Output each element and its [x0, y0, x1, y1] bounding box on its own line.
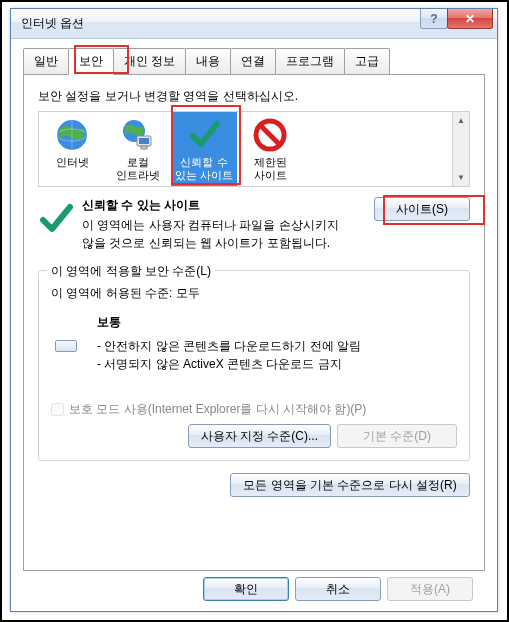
zone-internet[interactable]: 인터넷	[39, 112, 105, 186]
close-icon: ✕	[465, 12, 475, 26]
tab-programs[interactable]: 프로그램	[275, 48, 345, 74]
titlebar: 인터넷 옵션 ? ✕	[11, 9, 497, 39]
reset-all-zones-button[interactable]: 모든 영역을 기본 수준으로 다시 설정(R)	[230, 473, 470, 497]
window-title: 인터넷 옵션	[21, 15, 84, 32]
zone-trusted-sites[interactable]: 신뢰할 수 있는 사이트	[171, 112, 237, 186]
help-button[interactable]: ?	[420, 9, 448, 29]
custom-level-button[interactable]: 사용자 지정 수준(C)...	[188, 424, 331, 448]
allowed-levels-label: 이 영역에 허용된 수준: 모두	[51, 285, 457, 302]
restricted-icon	[252, 117, 288, 153]
tab-privacy[interactable]: 개인 정보	[113, 48, 186, 74]
scroll-down-arrow: ▼	[455, 171, 468, 184]
protected-mode-input[interactable]	[51, 403, 64, 416]
sites-button[interactable]: 사이트(S)	[374, 197, 470, 221]
zone-desc-title: 신뢰할 수 있는 사이트	[82, 197, 370, 214]
tab-strip: 일반 보안 개인 정보 내용 연결 프로그램 고급	[23, 48, 485, 75]
help-icon: ?	[430, 12, 437, 26]
svg-line-8	[260, 125, 280, 145]
security-level-group: 이 영역에 적용할 보안 수준(L) 이 영역에 허용된 수준: 모두 보통 -…	[38, 270, 470, 461]
tab-advanced[interactable]: 고급	[344, 48, 390, 74]
protected-mode-checkbox[interactable]: 보호 모드 사용(Internet Explorer를 다시 시작해야 함)(P…	[51, 401, 457, 418]
level-description: - 안전하지 않은 콘텐츠를 다운로드하기 전에 알림 - 서명되지 않은 Ac…	[97, 337, 457, 373]
intranet-icon	[120, 117, 156, 153]
zone-scrollbar[interactable]: ▲ ▼	[452, 112, 469, 186]
svg-rect-6	[141, 146, 147, 149]
dialog-button-row: 확인 취소 적용(A)	[23, 571, 485, 601]
scroll-up-arrow: ▲	[455, 114, 468, 127]
internet-options-dialog: 인터넷 옵션 ? ✕ 일반 보안 개인 정보 내용 연결 프로그램 고급 보안 …	[10, 8, 498, 612]
zone-restricted-sites[interactable]: 제한된 사이트	[237, 112, 303, 186]
checkmark-icon	[186, 117, 222, 153]
cancel-button[interactable]: 취소	[295, 577, 381, 601]
tab-connections[interactable]: 연결	[230, 48, 276, 74]
default-level-button: 기본 수준(D)	[337, 424, 457, 448]
zone-instruction: 보안 설정을 보거나 변경할 영역을 선택하십시오.	[38, 88, 470, 105]
tab-content[interactable]: 내용	[185, 48, 231, 74]
zone-list: 인터넷 로컬 인트라넷	[38, 111, 470, 187]
tab-general[interactable]: 일반	[23, 48, 69, 74]
security-slider[interactable]	[51, 314, 81, 373]
close-button[interactable]: ✕	[447, 9, 493, 29]
group-title: 이 영역에 적용할 보안 수준(L)	[47, 263, 215, 280]
tab-security[interactable]: 보안	[68, 48, 114, 75]
security-panel: 보안 설정을 보거나 변경할 영역을 선택하십시오. 인터넷	[23, 74, 485, 571]
zone-large-icon	[38, 201, 74, 237]
globe-icon	[54, 117, 90, 153]
level-name: 보통	[97, 314, 457, 331]
svg-rect-5	[139, 138, 149, 144]
ok-button[interactable]: 확인	[203, 577, 289, 601]
apply-button: 적용(A)	[387, 577, 473, 601]
zone-desc-body: 이 영역에는 사용자 컴퓨터나 파일을 손상시키지 않을 것으로 신뢰되는 웹 …	[82, 217, 370, 252]
zone-local-intranet[interactable]: 로컬 인트라넷	[105, 112, 171, 186]
